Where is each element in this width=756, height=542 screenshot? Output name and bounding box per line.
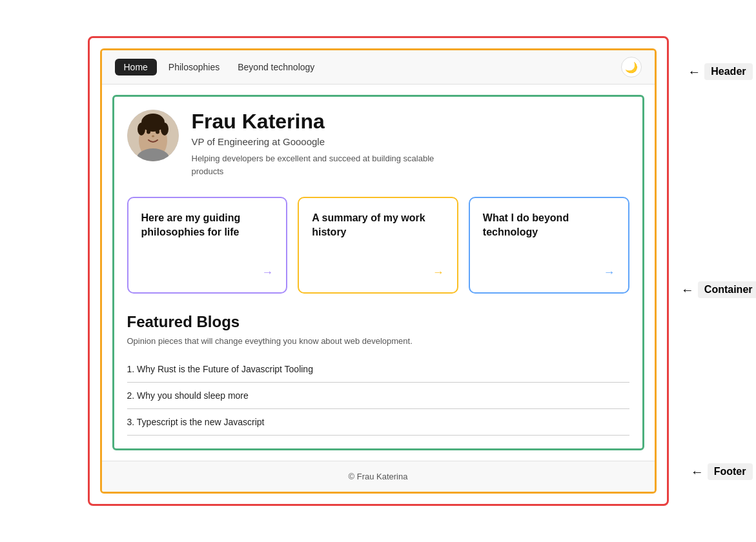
container-arrow-icon: ← <box>681 283 694 297</box>
red-border: Home Philosophies Beyond technology 🌙 <box>88 36 669 506</box>
moon-icon: 🌙 <box>625 61 638 74</box>
blog-item-1[interactable]: 1. Why Rust is the Future of Javascript … <box>127 356 629 383</box>
blog-item-3[interactable]: 3. Typescript is the new Javascript <box>127 409 629 436</box>
footer: © Frau Katerina <box>102 461 655 492</box>
card-beyond-tech[interactable]: What I do beyond technology → <box>469 197 629 294</box>
card-philosophies-arrow: → <box>261 266 273 279</box>
card-philosophies-title: Here are my guiding philosophies for lif… <box>141 211 274 240</box>
footer-label: Footer <box>708 463 753 480</box>
card-beyond-tech-arrow: → <box>604 266 615 279</box>
header-arrow-icon: ← <box>688 65 700 79</box>
blog-item-2[interactable]: 2. Why you should sleep more <box>127 383 629 409</box>
svg-point-7 <box>156 130 159 134</box>
profile-section: Frau Katerina VP of Engineering at Goooo… <box>114 97 642 177</box>
card-philosophies[interactable]: Here are my guiding philosophies for lif… <box>127 197 288 294</box>
header-annotation: ← Header <box>688 63 752 80</box>
blogs-section: Featured Blogs Opinion pieces that will … <box>114 313 642 448</box>
nav-philosophies-button[interactable]: Philosophies <box>162 59 226 75</box>
footer-arrow-icon: ← <box>691 465 704 479</box>
nav-beyond-button[interactable]: Beyond technology <box>231 59 321 75</box>
header: Home Philosophies Beyond technology 🌙 <box>102 50 655 85</box>
header-label: Header <box>704 63 752 80</box>
theme-toggle-button[interactable]: 🌙 <box>621 57 642 77</box>
nav-home-button[interactable]: Home <box>115 59 157 75</box>
container: Frau Katerina VP of Engineering at Goooo… <box>112 95 644 450</box>
outer-wrapper: Home Philosophies Beyond technology 🌙 <box>88 36 669 506</box>
svg-point-6 <box>147 130 150 134</box>
footer-copyright: © Frau Katerina <box>349 472 408 481</box>
svg-point-8 <box>152 136 154 137</box>
blog-item-2-text: 2. Why you should sleep more <box>127 390 249 401</box>
profile-name: Frau Katerina <box>192 110 437 134</box>
cards-section: Here are my guiding philosophies for lif… <box>127 197 629 294</box>
profile-description: Helping developers be excellent and succ… <box>192 152 437 177</box>
container-label: Container <box>698 281 756 298</box>
profile-info: Frau Katerina VP of Engineering at Goooo… <box>192 110 437 177</box>
svg-point-5 <box>161 123 169 136</box>
orange-border: Home Philosophies Beyond technology 🌙 <box>100 48 657 494</box>
avatar <box>127 110 179 161</box>
profile-title: VP of Engineering at Goooogle <box>192 136 437 147</box>
card-work-history-arrow: → <box>433 266 444 279</box>
footer-annotation: ← Footer <box>691 463 753 480</box>
blogs-title: Featured Blogs <box>127 313 629 331</box>
blog-item-3-text: 3. Typescript is the new Javascript <box>127 417 265 427</box>
card-work-history[interactable]: A summary of my work history → <box>298 197 458 294</box>
card-beyond-tech-title: What I do beyond technology <box>483 211 615 240</box>
card-work-history-title: A summary of my work history <box>312 211 444 240</box>
blogs-description: Opinion pieces that will change eveythin… <box>127 336 629 346</box>
blog-item-1-text: 1. Why Rust is the Future of Javascript … <box>127 364 313 374</box>
svg-point-4 <box>138 123 145 136</box>
container-annotation: ← Container <box>681 281 756 298</box>
